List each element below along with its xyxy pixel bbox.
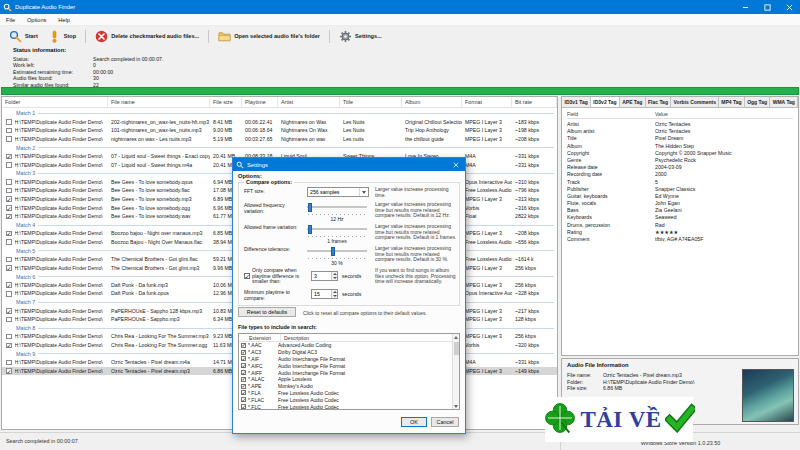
column-header-folder[interactable]: Folder [2,97,108,107]
row-checkbox[interactable] [6,136,12,142]
filetype-checkbox[interactable] [241,363,246,368]
cell-format: Free Lossless Audio Co... [462,255,512,264]
settings-dialog-titlebar[interactable]: Settings [233,158,465,171]
tab-flac-tag[interactable]: Flac Tag [646,97,672,107]
extension-column-header[interactable]: Extension [239,334,281,341]
spin-down-icon[interactable] [332,276,337,280]
ok-button[interactable]: OK [401,417,427,427]
scroll-down-icon[interactable] [453,403,459,409]
tab-vorbis-comments[interactable]: Vorbis Comments [671,97,719,107]
slider-thumb[interactable] [331,247,335,256]
column-header-playtime[interactable]: Playtime [242,97,278,107]
row-checkbox[interactable] [6,188,12,194]
frame-variation-slider[interactable] [307,225,367,237]
tab-id3v2-tag[interactable]: ID3v2 Tag [591,97,620,107]
row-checkbox[interactable] [6,205,12,211]
open-folder-button[interactable]: Open selected audio file's folder [213,28,325,45]
slider-groove[interactable] [307,250,367,252]
fft-size-select[interactable]: 256 samples [307,187,369,197]
difference-tolerance-slider[interactable] [307,247,367,259]
row-checkbox[interactable] [6,317,12,323]
filetype-checkbox[interactable] [241,370,246,375]
row-checkbox[interactable] [6,343,12,349]
settings-button[interactable]: Settings... [334,28,387,45]
row-checkbox[interactable] [6,334,12,340]
row-checkbox[interactable] [6,291,12,297]
tab-mp4-tag[interactable]: MP4 Tag [719,97,745,107]
row-checkbox[interactable] [6,128,12,134]
column-header-artist[interactable]: Artist [278,97,340,107]
menu-item-file[interactable]: File [0,14,21,26]
reset-to-defaults-button[interactable]: Reset to defaults [238,307,296,317]
filetype-checkbox[interactable] [241,350,246,355]
column-header-file-name[interactable]: File name [108,97,210,107]
column-header-title[interactable]: Title [340,97,402,107]
start-button[interactable]: Start [4,28,43,45]
filetype-checkbox[interactable] [241,356,246,361]
slider-groove[interactable] [307,228,367,230]
row-checkbox[interactable] [6,162,12,168]
cell-bit-rate: ~316 kbps [512,204,557,213]
cell-bit-rate: ~208 kbps [512,229,557,238]
row-checkbox[interactable] [6,282,12,288]
row-checkbox[interactable] [6,368,12,374]
row-checkbox[interactable] [6,196,12,202]
tab-ogg-tag[interactable]: Ogg Tag [745,97,771,107]
slider-thumb[interactable] [308,203,312,212]
row-checkbox[interactable] [6,239,12,245]
column-header-bit-rate[interactable]: Bit rate [512,97,557,107]
row-checkbox[interactable] [6,257,12,263]
status-information-title: Status information: [13,47,66,53]
scrollbar-thumb[interactable] [454,342,459,355]
spin-down-icon[interactable] [332,294,337,298]
playtime-difference-spinner[interactable]: 3 [311,271,338,281]
column-header-file-size[interactable]: File size [210,97,242,107]
menu-item-help[interactable]: Help [52,14,76,26]
table-row[interactable]: H:\TEMP\Duplicate Audio Finder Demo\101-… [2,126,557,135]
filetype-extension: *.AAC [248,342,276,348]
description-column-header[interactable]: Description [281,334,459,341]
filetype-checkbox[interactable] [241,390,246,395]
filetype-checkbox[interactable] [241,397,246,402]
row-checkbox[interactable] [6,360,12,366]
filetype-checkbox[interactable] [241,343,246,348]
table-row[interactable]: H:\TEMP\Duplicate Audio Finder Demo\202-… [2,118,557,127]
maximize-button[interactable] [756,0,778,14]
row-checkbox[interactable] [6,308,12,314]
tab-ape-tag[interactable]: APE Tag [620,97,646,107]
tab-id3v1-tag[interactable]: ID3v1 Tag [562,97,591,107]
close-button[interactable] [778,0,800,14]
settings-dialog-close-icon[interactable] [447,158,465,171]
column-header-album[interactable]: Album [402,97,462,107]
tab-wma-tag[interactable]: WMA Tag [770,97,798,107]
chevron-down-icon[interactable] [359,188,368,196]
frequency-variation-slider[interactable] [307,203,367,215]
row-checkbox[interactable] [6,214,12,220]
stop-button[interactable]: Stop [43,28,81,45]
table-row[interactable]: H:\TEMP\Duplicate Audio Finder Demo\nigh… [2,135,557,144]
scroll-up-icon[interactable] [453,334,459,340]
filetype-checkbox[interactable] [241,377,246,382]
tag-value-column-header[interactable]: Value [655,110,668,118]
row-checkbox[interactable] [6,179,12,185]
column-header-format[interactable]: Format [462,97,512,107]
folder-cell: H:\TEMP\Duplicate Audio Finder Demo\ [2,204,108,213]
tag-field-column-header[interactable]: Field [567,110,655,118]
cancel-button[interactable]: Cancel [431,417,459,427]
file-types-scrollbar[interactable] [452,334,459,409]
slider-groove[interactable] [307,206,367,208]
playtime-difference-checkbox[interactable] [244,273,250,279]
menu-item-options[interactable]: Options [21,14,52,26]
row-checkbox[interactable] [6,154,12,160]
row-checkbox[interactable] [6,265,12,271]
min-playtime-spinner[interactable]: 15 [311,289,338,299]
filetype-checkbox[interactable] [241,384,246,389]
filetype-description: Free Lossless Audio Codec [278,390,459,396]
match-group-line [38,147,554,148]
minimize-button[interactable] [734,0,756,14]
slider-thumb[interactable] [308,225,312,234]
row-checkbox[interactable] [6,119,12,125]
row-checkbox[interactable] [6,231,12,237]
filetype-checkbox[interactable] [241,404,246,409]
delete-checkmarked-button[interactable]: Delete checkmarked audio files... [90,28,204,45]
